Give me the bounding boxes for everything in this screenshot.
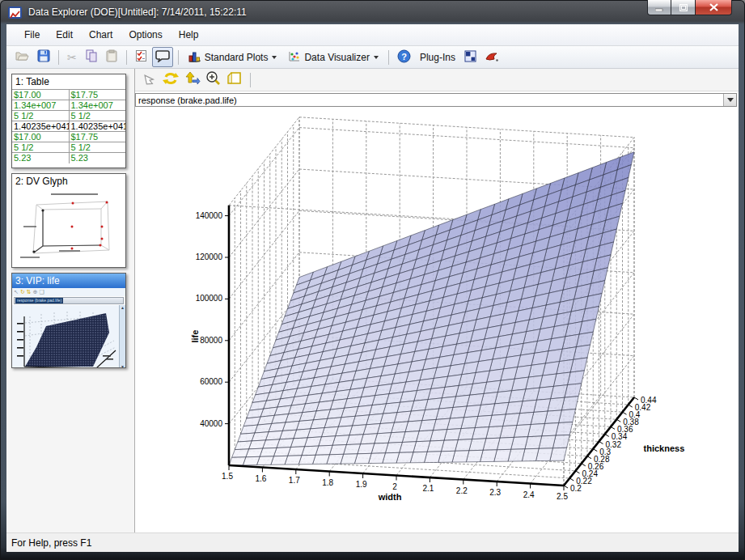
vip-thumb-combo-text: response (brake.pad.life) bbox=[15, 298, 63, 303]
copy-button[interactable] bbox=[82, 47, 101, 67]
menu-bar: File Edit Chart Options Help bbox=[6, 24, 739, 46]
svg-text:?: ? bbox=[401, 51, 407, 61]
svg-text:120000: 120000 bbox=[196, 252, 223, 261]
svg-text:2: 2 bbox=[392, 482, 397, 491]
plot-window: response (brake.pad.life) 40000600008000… bbox=[135, 69, 739, 532]
speech-bubble-icon bbox=[155, 49, 170, 65]
svg-text:60000: 60000 bbox=[200, 377, 222, 386]
flip-page-button[interactable] bbox=[226, 71, 243, 89]
table-row[interactable]: 1.40235e+0411.40235e+041 bbox=[12, 121, 125, 132]
svg-text:width: width bbox=[378, 492, 402, 502]
plugin-grid-button[interactable] bbox=[461, 48, 480, 67]
table-row[interactable]: 5.235.23 bbox=[12, 153, 125, 163]
menu-help[interactable]: Help bbox=[171, 26, 207, 44]
select-button[interactable] bbox=[142, 71, 157, 89]
table-row[interactable]: $17.00$17.75 bbox=[12, 90, 125, 100]
window-title: Data Explorer (DOE)[Untitled]: 7/14/2011… bbox=[28, 6, 247, 18]
rotate-icon bbox=[162, 71, 180, 89]
mini-arrow-icon: ↖ bbox=[14, 289, 19, 295]
flag-button[interactable] bbox=[481, 48, 502, 67]
open-button[interactable] bbox=[12, 47, 32, 67]
table-cell: 1.34e+007 bbox=[69, 100, 125, 111]
combo-dropdown-arrow[interactable] bbox=[723, 94, 736, 106]
mini-flip-icon: ❑ bbox=[40, 289, 44, 295]
bar-chart-icon bbox=[188, 50, 201, 65]
table-row[interactable]: 1.34e+0071.34e+007 bbox=[12, 100, 125, 111]
annotation-button[interactable] bbox=[152, 47, 173, 67]
help-icon: ? bbox=[397, 49, 411, 66]
paste-button[interactable] bbox=[103, 47, 121, 67]
menu-file[interactable]: File bbox=[16, 26, 48, 44]
table-cell: 5.23 bbox=[69, 153, 125, 163]
table-cell: 5 1/2 bbox=[12, 111, 69, 121]
table-cell: 1.34e+007 bbox=[12, 100, 69, 111]
checklist-icon bbox=[135, 49, 147, 65]
svg-text:2.4: 2.4 bbox=[523, 490, 535, 499]
standard-plots-button[interactable]: Standard Plots bbox=[184, 48, 282, 67]
maximize-button[interactable] bbox=[671, 0, 696, 15]
table-cell: $17.75 bbox=[69, 90, 125, 100]
mini-move-icon: ⇅ bbox=[27, 289, 32, 295]
svg-text:2.2: 2.2 bbox=[456, 486, 468, 495]
table-cell: $17.75 bbox=[69, 132, 125, 142]
response-combobox[interactable]: response (brake.pad.life) bbox=[135, 93, 737, 107]
copy-icon bbox=[85, 49, 98, 65]
help-button[interactable]: ? bbox=[394, 47, 414, 68]
select-arrow-icon bbox=[142, 71, 157, 89]
mini-zoom-icon: ⊕ bbox=[33, 289, 38, 295]
svg-text:1.8: 1.8 bbox=[322, 478, 333, 487]
vip-thumb-toolbar: ↖ ↻ ⇅ ⊕ ❑ bbox=[12, 288, 125, 296]
zoom-in-icon bbox=[205, 70, 222, 89]
title-bar[interactable]: Data Explorer (DOE)[Untitled]: 7/14/2011… bbox=[0, 0, 745, 24]
vip-thumbnail: ▲ ▼ bbox=[12, 305, 125, 368]
svg-text:0.44: 0.44 bbox=[641, 396, 657, 405]
zoom-button[interactable] bbox=[205, 70, 222, 89]
move-axes-button[interactable] bbox=[184, 71, 201, 89]
panel-vip-life-title: 3: VIP: life bbox=[12, 274, 125, 288]
svg-text:1.9: 1.9 bbox=[356, 480, 367, 489]
vip-thumb-scrollbar: ▲ ▼ bbox=[119, 305, 125, 368]
close-button[interactable] bbox=[696, 0, 732, 15]
checklist-button[interactable] bbox=[132, 47, 150, 67]
table-cell: 1.40235e+041 bbox=[12, 121, 69, 132]
status-bar: For Help, press F1 bbox=[6, 532, 739, 552]
cut-icon: ✂ bbox=[67, 51, 77, 64]
svg-text:1.7: 1.7 bbox=[289, 476, 300, 485]
panel-table[interactable]: 1: Table $17.00$17.751.34e+0071.34e+0075… bbox=[11, 74, 126, 168]
table-row[interactable]: $17.00$17.75 bbox=[12, 132, 125, 142]
table-cell: $17.00 bbox=[12, 132, 69, 142]
table-cell: 5 1/2 bbox=[12, 142, 69, 153]
flip-page-icon bbox=[226, 71, 243, 89]
save-button[interactable] bbox=[34, 47, 53, 67]
minimize-button[interactable] bbox=[647, 0, 671, 15]
rotate-button[interactable] bbox=[162, 71, 180, 89]
svg-text:2.1: 2.1 bbox=[422, 484, 434, 493]
table-row[interactable]: 5 1/25 1/2 bbox=[12, 111, 125, 121]
svg-text:100000: 100000 bbox=[196, 294, 223, 303]
svg-text:2.3: 2.3 bbox=[489, 488, 501, 497]
vip-thumb-combo: response (brake.pad.life) bbox=[14, 297, 124, 304]
cut-button[interactable]: ✂ bbox=[64, 49, 80, 66]
surface-chart[interactable]: 4000060000800001000001200001400001.51.61… bbox=[135, 109, 737, 531]
chevron-down-icon bbox=[272, 56, 277, 59]
menu-edit[interactable]: Edit bbox=[48, 26, 81, 44]
response-combobox-value: response (brake.pad.life) bbox=[138, 95, 237, 105]
save-icon bbox=[37, 49, 50, 65]
sidebar: 1: Table $17.00$17.751.34e+0071.34e+0075… bbox=[6, 69, 135, 532]
panel-dv-glyph[interactable]: 2: DV Glyph bbox=[11, 173, 126, 268]
panel-dv-glyph-title: 2: DV Glyph bbox=[12, 174, 125, 189]
panel-vip-life[interactable]: 3: VIP: life ↖ ↻ ⇅ ⊕ ❑ response (brake.p… bbox=[11, 273, 126, 368]
main-toolbar: ✂ Standard Plots Data Visualizer ? Plug-… bbox=[6, 46, 739, 69]
move-axes-icon bbox=[184, 71, 201, 89]
data-visualizer-button[interactable]: Data Visualizer bbox=[283, 48, 383, 67]
table-cell: 1.40235e+041 bbox=[69, 121, 125, 132]
status-text: For Help, press F1 bbox=[11, 537, 91, 549]
plot-toolbar bbox=[135, 69, 739, 91]
flag-icon bbox=[485, 50, 499, 65]
svg-text:140000: 140000 bbox=[196, 211, 223, 220]
panel-table-title: 1: Table bbox=[12, 74, 125, 89]
menu-options[interactable]: Options bbox=[121, 26, 170, 44]
svg-text:1.5: 1.5 bbox=[222, 472, 233, 481]
menu-chart[interactable]: Chart bbox=[81, 26, 121, 44]
table-row[interactable]: 5 1/25 1/2 bbox=[12, 142, 125, 153]
